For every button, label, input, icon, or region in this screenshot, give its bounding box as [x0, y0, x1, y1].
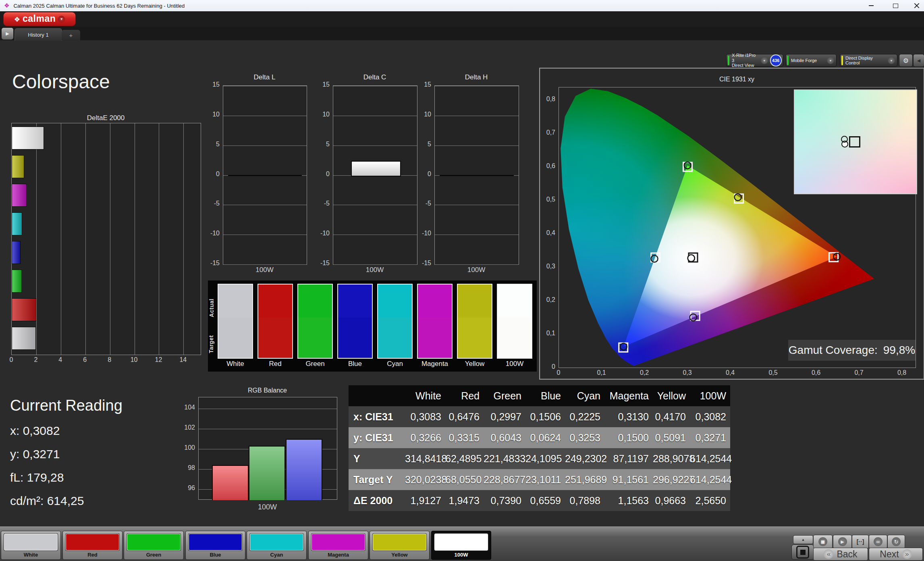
inset-measured-circle — [841, 136, 848, 143]
interval-measure-button[interactable]: [··] — [852, 535, 869, 549]
table-cell: 288,9078 — [653, 453, 690, 465]
table-cell: 0,1506 — [525, 411, 565, 423]
color-button-swatch — [66, 534, 119, 551]
color-button-cyan[interactable]: Cyan — [247, 531, 307, 560]
axis-tick-label: 0 — [310, 170, 330, 178]
gridline — [435, 264, 519, 265]
table-cell: 296,9227 — [653, 474, 690, 486]
minimize-icon[interactable] — [865, 2, 877, 10]
deltae-bar-100w — [12, 127, 44, 150]
color-button-blue[interactable]: Blue — [185, 531, 245, 560]
color-button-100w[interactable]: 100W — [431, 531, 491, 560]
delta-h-chart — [434, 85, 519, 265]
swatch-label: Blue — [333, 360, 377, 368]
swatch-green — [297, 284, 333, 359]
deltae-bar-green — [12, 270, 22, 293]
swatch-label: Green — [293, 360, 337, 368]
meter-dropdown[interactable]: X-Rite i1Pro 3 Direct View ▼ 436 — [726, 54, 783, 67]
measure-button[interactable]: ▶ — [833, 535, 852, 549]
gridline — [223, 145, 307, 146]
rgb-balance-xlabel: 100W — [198, 503, 336, 511]
next-button[interactable]: Next » — [869, 548, 923, 561]
color-button-label: Yellow — [370, 552, 429, 558]
deltae-bar-cyan — [12, 212, 22, 235]
color-button-magenta[interactable]: Magenta — [308, 531, 368, 560]
sync-button[interactable]: ↻ — [887, 535, 905, 549]
table-cell: 221,4833 — [484, 453, 525, 465]
table-header-cell: Green — [484, 390, 525, 402]
table-cell: 0,7898 — [565, 495, 604, 507]
table-cell: 614,2544 — [690, 474, 730, 486]
history-play-button[interactable]: ▶ — [2, 28, 13, 39]
swatch-cyan — [377, 284, 413, 359]
table-cell: 0,6043 — [484, 432, 525, 444]
color-button-yellow[interactable]: Yellow — [370, 531, 430, 560]
table-row: y: CIE310,32660,33150,60430,06240,32530,… — [349, 427, 730, 448]
close-icon[interactable] — [914, 2, 920, 9]
display-control-name: Direct Display Control — [845, 56, 886, 65]
chevron-down-icon: ▼ — [827, 57, 834, 64]
axis-tick-label: 100 — [176, 444, 195, 451]
color-button-swatch — [189, 534, 242, 551]
color-button-swatch — [311, 534, 365, 551]
calman-logo-icon: ❖ — [14, 15, 20, 23]
target-swatch — [298, 318, 332, 358]
calman-menu-button[interactable]: ❖ calman ▼ — [3, 12, 76, 26]
gridline — [61, 123, 61, 355]
swatch-100w — [497, 284, 532, 359]
white-point-inset — [794, 89, 917, 194]
add-tab-button[interactable]: + — [62, 30, 80, 40]
rgb-balance-title: RGB Balance — [198, 387, 336, 394]
table-row-label: x: CIE31 — [349, 411, 405, 423]
table-header-cell: Blue — [525, 390, 565, 402]
delta-zero-bar — [440, 175, 513, 176]
gridline — [333, 264, 417, 265]
interval-icon: [··] — [857, 538, 864, 545]
gridline — [223, 116, 307, 116]
table-cell: 24,1095 — [525, 453, 565, 465]
color-button-white[interactable]: White — [1, 531, 61, 560]
table-header-row: WhiteRedGreenBlueCyanMagentaYellow100W — [349, 385, 730, 406]
meter-name: X-Rite i1Pro 3 — [732, 53, 759, 63]
table-cell: 1,1563 — [604, 495, 653, 507]
maximize-icon[interactable] — [889, 2, 901, 10]
axis-tick-label: -5 — [310, 200, 330, 207]
color-button-red[interactable]: Red — [62, 531, 123, 560]
axis-tick-label: -10 — [310, 230, 330, 237]
continuous-measure-button[interactable]: ∞ — [869, 535, 887, 549]
axis-tick-label: 8 — [102, 356, 118, 364]
window-frame-icon — [796, 546, 809, 559]
table-cell: 23,1011 — [525, 474, 565, 486]
expand-tray-button[interactable]: ▲ — [793, 535, 813, 544]
display-control-dropdown[interactable]: Direct Display Control ▼ — [840, 54, 897, 67]
collapse-panel-button[interactable]: ◀ — [913, 54, 924, 67]
color-button-label: Cyan — [247, 552, 306, 558]
deltae-bar-white — [12, 327, 36, 350]
stop-measure-button[interactable]: ■ — [813, 535, 833, 549]
color-button-swatch — [250, 534, 303, 551]
actual-label: Actual — [208, 299, 215, 317]
delta-h-title: Delta H — [418, 73, 534, 81]
settings-button[interactable]: ⚙ — [899, 54, 913, 67]
back-label: Back — [837, 549, 857, 560]
axis-tick-label: 10 — [126, 356, 142, 364]
gridline — [333, 205, 417, 205]
target-swatch — [418, 318, 452, 358]
back-button[interactable]: « Back — [813, 548, 868, 561]
axis-tick-label: 6 — [77, 356, 93, 364]
gridline — [333, 145, 417, 146]
tab-history-1[interactable]: History 1 — [15, 28, 62, 41]
delta-bar — [351, 161, 401, 177]
tab-row: ▶ History 1 + X-Rite i1Pro 3 Direct View… — [0, 27, 924, 40]
axis-tick-label: -5 — [200, 200, 220, 207]
meter-count-badge: 436 — [770, 54, 782, 66]
table-cell: 87,1197 — [604, 453, 653, 465]
color-button-green[interactable]: Green — [124, 531, 184, 560]
actual-swatch — [298, 285, 332, 318]
axis-tick-label: 0 — [200, 170, 220, 178]
axis-tick-label: 10 — [310, 111, 330, 118]
layout-mode-button[interactable] — [791, 544, 814, 560]
axis-tick-label: 5 — [310, 141, 330, 148]
source-dropdown[interactable]: Mobile Forge ▼ — [785, 54, 837, 67]
chevron-down-icon: ▼ — [761, 57, 768, 64]
